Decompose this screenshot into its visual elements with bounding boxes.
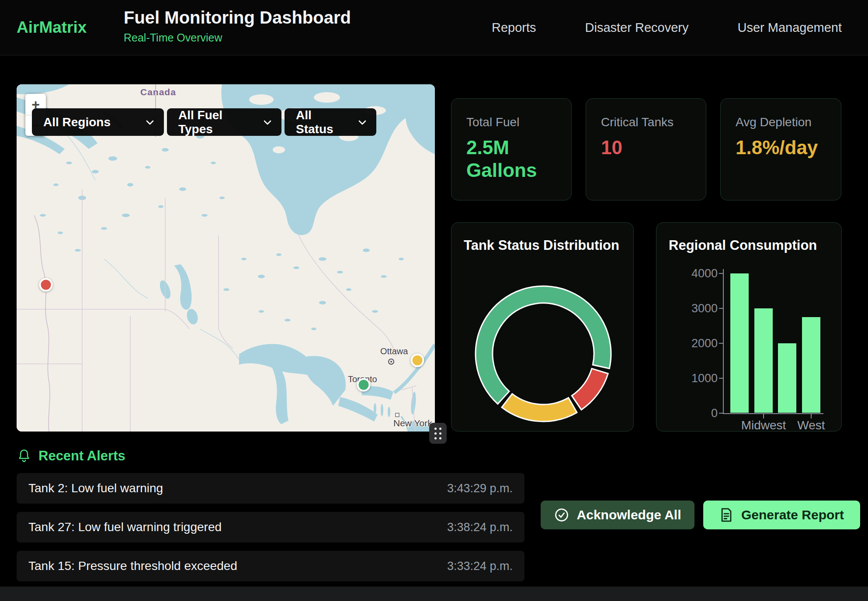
regional-consumption-chart-card: Regional Consumption 01000200030004000Mi… bbox=[656, 222, 842, 432]
y-axis-tick-label: 0 bbox=[656, 407, 718, 420]
app-header: AirMatrix Fuel Monitoring Dashboard Real… bbox=[0, 0, 868, 55]
chevron-down-icon bbox=[145, 117, 155, 128]
stat-card-critical-tanks: Critical Tanks 10 bbox=[586, 98, 706, 200]
title-block: Fuel Monitoring Dashboard Real-Time Over… bbox=[124, 8, 351, 44]
nav-item-reports[interactable]: Reports bbox=[492, 21, 536, 35]
region-filter-value: All Regions bbox=[43, 115, 111, 129]
brand-logo: AirMatrix bbox=[17, 18, 87, 37]
y-axis-tick-mark bbox=[719, 343, 723, 344]
drag-handle-icon[interactable] bbox=[429, 423, 447, 444]
donut-segment-warning bbox=[502, 394, 577, 421]
y-axis-tick-label: 3000 bbox=[656, 302, 718, 315]
tank-marker-normal[interactable] bbox=[357, 378, 371, 392]
map-label-ottawa: Ottawa bbox=[380, 346, 408, 356]
alert-timestamp: 3:38:24 p.m. bbox=[447, 521, 513, 534]
status-filter-value: All Status bbox=[296, 108, 351, 136]
y-axis-tick-mark bbox=[719, 308, 723, 309]
alert-list-item[interactable]: Tank 27: Low fuel warning triggered 3:38… bbox=[17, 512, 524, 542]
x-axis-line bbox=[723, 413, 823, 414]
tank-marker-warning[interactable] bbox=[411, 354, 424, 367]
bottom-strip bbox=[0, 587, 868, 601]
alert-message: Tank 27: Low fuel warning triggered bbox=[28, 520, 222, 534]
alert-list-item[interactable]: Tank 2: Low fuel warning 3:43:29 p.m. bbox=[17, 473, 524, 504]
bar-Midwest bbox=[754, 308, 773, 413]
stat-card-total-fuel: Total Fuel 2.5M Gallons bbox=[451, 98, 572, 200]
fuel-type-filter-dropdown[interactable]: All Fuel Types bbox=[167, 108, 281, 136]
map-label-canada: Canada bbox=[140, 87, 176, 97]
town-marker-icon bbox=[395, 413, 399, 417]
capital-city-icon bbox=[388, 359, 394, 365]
stat-value-total-fuel: 2.5M Gallons bbox=[466, 136, 556, 182]
alert-list-item[interactable]: Tank 15: Pressure threshold exceeded 3:3… bbox=[17, 551, 524, 581]
bar-West bbox=[802, 317, 820, 413]
bar-region-3 bbox=[778, 343, 796, 413]
region-filter-dropdown[interactable]: All Regions bbox=[32, 108, 164, 136]
tank-status-chart-card: Tank Status Distribution bbox=[451, 222, 634, 432]
y-axis-tick-mark bbox=[719, 273, 723, 274]
stat-label: Total Fuel bbox=[466, 115, 556, 129]
map-label-new-york: New York bbox=[393, 418, 432, 428]
donut-segment-critical bbox=[572, 369, 608, 410]
check-circle-icon bbox=[554, 508, 569, 522]
y-axis-tick-label: 2000 bbox=[656, 337, 718, 350]
stat-label: Avg Depletion bbox=[736, 115, 826, 129]
acknowledge-all-label: Acknowledge All bbox=[577, 508, 681, 522]
y-axis-tick-mark bbox=[719, 413, 723, 414]
stat-label: Critical Tanks bbox=[601, 115, 691, 129]
tank-status-donut-chart bbox=[451, 223, 634, 431]
x-axis-tick-label: Midwest bbox=[741, 418, 786, 432]
x-axis-tick-label: West bbox=[797, 418, 825, 432]
generate-report-label: Generate Report bbox=[741, 508, 844, 522]
y-axis-tick-label: 4000 bbox=[656, 267, 718, 280]
alerts-header: Recent Alerts bbox=[17, 448, 125, 464]
x-axis-tick-mark bbox=[763, 414, 764, 418]
nav-item-user-management[interactable]: User Management bbox=[737, 21, 842, 35]
map-filters: All Regions All Fuel Types All Status bbox=[32, 108, 376, 136]
page-subtitle: Real-Time Overview bbox=[124, 31, 351, 44]
x-axis-tick-mark bbox=[811, 414, 812, 418]
status-filter-dropdown[interactable]: All Status bbox=[285, 108, 376, 136]
stat-value-avg-depletion: 1.8%/day bbox=[736, 136, 826, 159]
report-document-icon bbox=[719, 508, 733, 522]
tank-marker-critical[interactable] bbox=[39, 278, 53, 292]
alert-timestamp: 3:33:24 p.m. bbox=[447, 560, 513, 573]
y-axis-tick-mark bbox=[719, 378, 723, 379]
y-axis-tick-label: 1000 bbox=[656, 372, 718, 385]
alerts-title: Recent Alerts bbox=[38, 448, 125, 464]
acknowledge-all-button[interactable]: Acknowledge All bbox=[541, 501, 694, 529]
fuel-type-filter-value: All Fuel Types bbox=[178, 108, 256, 136]
bell-icon bbox=[17, 449, 31, 463]
stat-value-critical-tanks: 10 bbox=[601, 136, 691, 159]
alert-timestamp: 3:43:29 p.m. bbox=[447, 482, 513, 495]
chevron-down-icon bbox=[262, 117, 273, 128]
fuel-map[interactable]: Canada Ottawa Toronto New York + − All R… bbox=[17, 84, 435, 432]
dashboard-root: AirMatrix Fuel Monitoring Dashboard Real… bbox=[0, 0, 868, 601]
chevron-down-icon bbox=[357, 117, 368, 128]
bar-region-1 bbox=[730, 273, 749, 413]
generate-report-button[interactable]: Generate Report bbox=[703, 501, 860, 529]
nav-item-disaster-recovery[interactable]: Disaster Recovery bbox=[585, 21, 689, 35]
alert-message: Tank 15: Pressure threshold exceeded bbox=[28, 559, 237, 573]
chart-title: Regional Consumption bbox=[669, 238, 817, 253]
main-nav: Reports Disaster Recovery User Managemen… bbox=[492, 0, 842, 55]
stat-card-avg-depletion: Avg Depletion 1.8%/day bbox=[720, 98, 841, 200]
page-title: Fuel Monitoring Dashboard bbox=[124, 8, 351, 28]
alert-message: Tank 2: Low fuel warning bbox=[28, 481, 163, 495]
y-axis-line bbox=[723, 269, 724, 414]
